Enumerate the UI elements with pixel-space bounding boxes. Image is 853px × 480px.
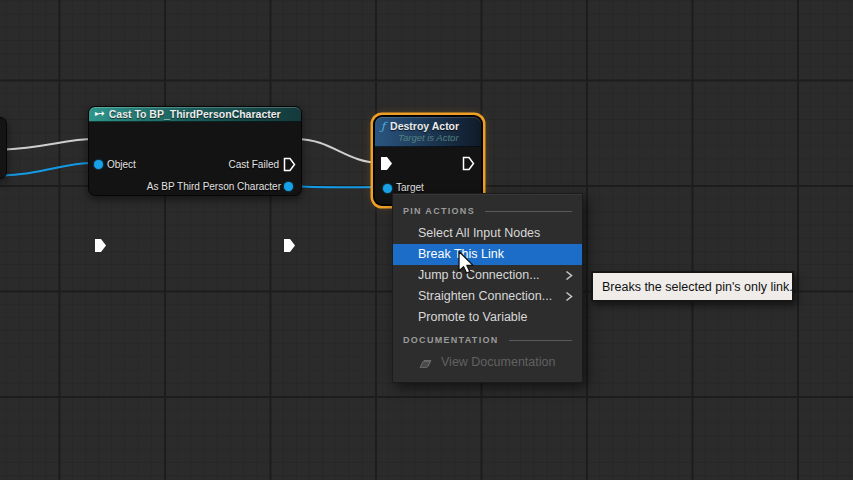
cast-as-character-pin[interactable]	[284, 182, 293, 191]
destroy-exec-out-pin[interactable]	[462, 156, 475, 171]
submenu-chevron-icon	[565, 291, 573, 302]
menu-section-documentation-label: DOCUMENTATION	[403, 335, 499, 345]
pin-context-menu: PIN ACTIONS Select All Input Nodes Break…	[392, 193, 583, 383]
cast-failed-exec-pin[interactable]	[283, 157, 296, 172]
menu-section-pin-actions: PIN ACTIONS	[393, 199, 582, 223]
tooltip-text: Breaks the selected pin's only link.	[602, 280, 793, 294]
menu-item-straighten-connection-label: Straighten Connection...	[418, 289, 552, 303]
cast-failed-pin-label: Cast Failed	[228, 159, 279, 170]
partial-offscreen-node[interactable]	[0, 117, 7, 179]
destroy-actor-node-subtitle: Target is Actor	[398, 132, 459, 143]
menu-section-documentation: DOCUMENTATION	[393, 328, 582, 352]
destroy-actor-node-title: Destroy Actor	[390, 120, 459, 132]
section-divider	[485, 211, 572, 212]
object-wire-left-to-cast	[0, 163, 93, 176]
cast-as-character-pin-label: As BP Third Person Character	[147, 181, 281, 192]
destroy-target-pin-label: Target	[396, 182, 424, 193]
menu-item-break-this-link[interactable]: Break This Link	[393, 244, 582, 265]
cast-icon: ▸➜	[95, 110, 104, 118]
exec-wire-cast-to-destroy	[296, 139, 381, 163]
menu-item-jump-to-connection-label: Jump to Connection...	[418, 268, 540, 282]
cast-exec-out-pin[interactable]	[283, 238, 296, 253]
tooltip: Breaks the selected pin's only link.	[591, 271, 794, 302]
destroy-actor-node-header[interactable]: ƒ Destroy Actor Target is Actor	[375, 117, 481, 147]
menu-item-view-documentation[interactable]: View Documentation	[393, 352, 582, 373]
menu-item-jump-to-connection[interactable]: Jump to Connection...	[393, 265, 582, 286]
function-icon: ƒ	[381, 121, 385, 132]
cast-object-pin[interactable]	[94, 160, 103, 169]
exec-wire-left-to-cast	[0, 139, 95, 150]
destroy-target-pin[interactable]	[383, 184, 392, 193]
cast-node-title: Cast To BP_ThirdPersonCharacter	[109, 108, 281, 120]
destroy-exec-in-pin[interactable]	[380, 156, 393, 171]
cast-exec-in-pin[interactable]	[94, 238, 107, 253]
blueprint-graph-canvas[interactable]: ▸➜ Cast To BP_ThirdPersonCharacter Objec…	[0, 0, 853, 480]
section-divider	[509, 340, 572, 341]
menu-section-pin-actions-label: PIN ACTIONS	[403, 206, 475, 216]
cast-node[interactable]: ▸➜ Cast To BP_ThirdPersonCharacter Objec…	[88, 106, 302, 196]
destroy-actor-node[interactable]: ƒ Destroy Actor Target is Actor Target	[374, 116, 482, 205]
menu-item-select-all-input-nodes[interactable]: Select All Input Nodes	[393, 223, 582, 244]
menu-item-straighten-connection[interactable]: Straighten Connection...	[393, 286, 582, 307]
book-icon	[418, 357, 433, 369]
object-wire-cast-to-target	[292, 186, 383, 187]
cast-node-header[interactable]: ▸➜ Cast To BP_ThirdPersonCharacter	[89, 107, 301, 122]
submenu-chevron-icon	[565, 270, 573, 281]
cast-object-pin-label: Object	[107, 159, 136, 170]
menu-item-view-documentation-label: View Documentation	[441, 352, 555, 373]
menu-item-promote-to-variable[interactable]: Promote to Variable	[393, 307, 582, 328]
